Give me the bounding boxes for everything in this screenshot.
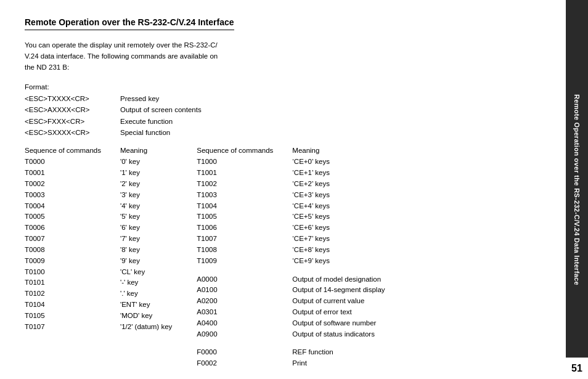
sidebar-label: Remote Operation over the RS-232-C/V.24 … (573, 94, 581, 285)
right-column: Sequence of commands Meaning T1000‘CE+0’… (197, 147, 385, 379)
cmd-meaning: Output of current value (292, 296, 385, 307)
table-row: T1008‘CE+8’ keys (197, 245, 385, 256)
format-cmd-2: <ESC>AXXXX<CR> (25, 104, 120, 115)
cmd-seq: T0105 (25, 311, 120, 322)
left-table-rows: T0000'0' keyT0001'1' keyT0002'2' keyT000… (25, 157, 172, 332)
intro-line3: the ND 231 B: (25, 63, 69, 71)
cmd-seq: A0100 (197, 285, 292, 296)
cmd-seq: T1007 (197, 234, 292, 245)
cmd-meaning: ‘CE+1’ keys (292, 168, 385, 179)
right-col1-header: Sequence of commands (197, 147, 292, 154)
table-row: S0000Counter RESET (197, 377, 385, 379)
cmd-seq: T0001 (25, 168, 120, 179)
format-cmd-4: <ESC>SXXXX<CR> (25, 127, 120, 138)
cmd-seq: T1000 (197, 157, 292, 168)
cmd-seq: A0900 (197, 329, 292, 340)
cmd-meaning: ‘CE+5’ keys (292, 211, 385, 222)
table-row: T0006'6' key (25, 222, 172, 234)
table-row: T0101'-' key (25, 277, 172, 288)
left-col2-header: Meaning (120, 147, 147, 154)
cmd-meaning: ‘CE+2’ keys (292, 179, 385, 190)
format-cmd-3: <ESC>FXXX<CR> (25, 116, 120, 127)
cmd-meaning: ‘CE+8’ keys (292, 245, 385, 256)
cmd-meaning: '3' key (120, 190, 172, 201)
cmd-meaning: Output of status indicators (292, 329, 385, 340)
cmd-meaning: Output of software number (292, 318, 385, 329)
cmd-seq: T1004 (197, 201, 292, 212)
cmd-meaning: REF function (292, 347, 385, 358)
page-number: 51 (566, 357, 588, 379)
cmd-meaning: Counter RESET (292, 377, 385, 379)
table-row: T1000‘CE+0’ keys (197, 157, 385, 168)
cmd-seq: T0100 (25, 267, 120, 278)
table-row: T0002'2' key (25, 179, 172, 190)
cmd-meaning: '5' key (120, 211, 172, 222)
cmd-seq: T1008 (197, 245, 292, 256)
cmd-seq: T0101 (25, 277, 120, 288)
intro-line1: You can operate the display unit remotel… (25, 41, 218, 49)
cmd-seq: A0400 (197, 318, 292, 329)
cmd-seq: T0008 (25, 245, 120, 256)
cmd-seq: T0104 (25, 300, 120, 311)
cmd-seq: T0009 (25, 256, 120, 267)
table-row: T1007‘CE+7’ keys (197, 234, 385, 245)
right-t-rows: T1000‘CE+0’ keysT1001‘CE+1’ keysT1002‘CE… (197, 157, 385, 266)
table-row: A0000Output of model designation (197, 274, 385, 285)
cmd-seq: T1006 (197, 222, 292, 234)
cmd-meaning: '-' key (120, 277, 172, 288)
cmd-meaning: '6' key (120, 222, 172, 234)
left-column: Sequence of commands Meaning T0000'0' ke… (25, 147, 172, 379)
cmd-meaning: Output of error text (292, 307, 385, 318)
cmd-meaning: '0' key (120, 157, 172, 168)
cmd-meaning: ‘CE+0’ keys (292, 157, 385, 168)
cmd-seq: T0005 (25, 211, 120, 222)
page-title: Remote Operation over the RS-232-C/V.24 … (25, 17, 234, 30)
cmd-meaning: '2' key (120, 179, 172, 190)
cmd-meaning: '.' key (120, 288, 172, 300)
table-row: F0002Print (197, 358, 385, 369)
cmd-seq: F0000 (197, 347, 292, 358)
cmd-meaning: 'CL' key (120, 267, 172, 278)
cmd-seq: F0002 (197, 358, 292, 369)
format-row-3: <ESC>FXXX<CR> Execute function (25, 116, 547, 127)
right-s-rows: S0000Counter RESETS0001Lock keypadS0002R… (197, 377, 385, 379)
cmd-seq: A0200 (197, 296, 292, 307)
cmd-seq: A0301 (197, 307, 292, 318)
format-meaning-2: Output of screen contents (120, 104, 202, 115)
cmd-meaning: Print (292, 358, 385, 369)
cmd-seq: T1001 (197, 168, 292, 179)
table-row: A0100Output of 14-segment display (197, 285, 385, 296)
right-a-rows: A0000Output of model designationA0100Out… (197, 274, 385, 340)
table-row: T0100'CL' key (25, 267, 172, 278)
cmd-seq: T0102 (25, 288, 120, 300)
cmd-meaning: ‘CE+3’ keys (292, 190, 385, 201)
table-row: T0107'1/2' (datum) key (25, 322, 172, 333)
cmd-meaning: ‘CE+4’ keys (292, 201, 385, 212)
table-row: T0009'9' key (25, 256, 172, 267)
cmd-meaning: '7' key (120, 234, 172, 245)
cmd-meaning: '1/2' (datum) key (120, 322, 172, 333)
cmd-seq: T1003 (197, 190, 292, 201)
intro-text: You can operate the display unit remotel… (25, 40, 296, 73)
cmd-meaning: ‘CE+6’ keys (292, 222, 385, 234)
table-row: T1001‘CE+1’ keys (197, 168, 385, 179)
cmd-seq: T0107 (25, 322, 120, 333)
table-row: T1006‘CE+6’ keys (197, 222, 385, 234)
cmd-seq: T0004 (25, 201, 120, 212)
format-section: Format: <ESC>TXXXX<CR> Pressed key <ESC>… (25, 81, 547, 138)
table-row: T0102'.' key (25, 288, 172, 300)
two-col-section: Sequence of commands Meaning T0000'0' ke… (25, 147, 547, 379)
cmd-meaning: '4' key (120, 201, 172, 212)
table-row: F0000REF function (197, 347, 385, 358)
table-row: T1005‘CE+5’ keys (197, 211, 385, 222)
table-row: T0001'1' key (25, 168, 172, 179)
cmd-seq: T0003 (25, 190, 120, 201)
format-row-1: <ESC>TXXXX<CR> Pressed key (25, 93, 547, 104)
format-meaning-3: Execute function (120, 116, 173, 127)
cmd-meaning: ‘CE+7’ keys (292, 234, 385, 245)
table-row: A0301Output of error text (197, 307, 385, 318)
table-row: T0104'ENT' key (25, 300, 172, 311)
table-row: A0900Output of status indicators (197, 329, 385, 340)
cmd-seq: T0002 (25, 179, 120, 190)
cmd-seq: T0007 (25, 234, 120, 245)
